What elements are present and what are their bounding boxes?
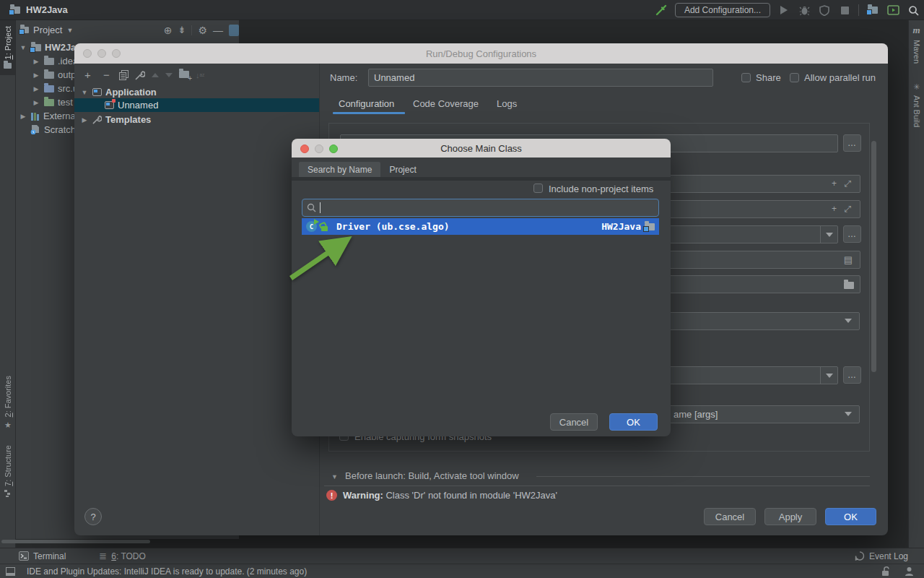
project-structure-icon[interactable] [866,4,879,17]
minimize-icon[interactable] [97,49,106,58]
chevron-collapsed-icon[interactable]: ▶ [32,72,40,79]
tab-configuration[interactable]: Configuration [339,98,394,109]
coverage-icon[interactable] [818,4,831,17]
scratches-icon [30,125,40,134]
favorites-mnemonic: 2 [4,413,12,417]
stripe-tab-favorites[interactable]: 2: Favorites ★ [0,370,16,432]
class-search-input[interactable] [302,199,659,217]
apply-button[interactable]: Apply [764,508,816,525]
name-label: Name: [330,72,357,83]
shorten-command-line-value: ame [args] [674,409,718,420]
tab-logs[interactable]: Logs [497,98,517,109]
add-configuration-button[interactable]: Add Configuration... [675,3,770,17]
status-message[interactable]: IDE and Plugin Updates: IntelliJ IDEA is… [27,566,307,577]
minimize-icon[interactable] [315,144,323,153]
share-checkbox[interactable] [741,73,751,82]
stop-icon[interactable] [838,4,851,17]
main-class-browse-button[interactable]: … [843,134,861,152]
hide-panel-icon[interactable]: — [213,25,223,36]
tree-group-templates[interactable]: ▶ Templates [74,113,319,126]
chevron-down-icon[interactable]: ▼ [66,27,73,34]
window-toggle-icon[interactable] [6,567,15,576]
new-folder-icon[interactable]: + [179,69,189,80]
status-bar: IDE and Plugin Updates: IntelliJ IDEA is… [0,564,924,578]
stripe-tab-structure[interactable]: 7: Structure [0,439,16,506]
maven-logo-icon: m [912,25,920,36]
vertical-scrollbar[interactable] [871,141,876,372]
chevron-collapsed-icon[interactable]: ▶ [32,85,40,92]
tab-project[interactable]: Project [380,162,424,177]
terminal-icon [19,551,29,561]
tree-group-application[interactable]: ▼ Application [74,85,319,99]
open-folder-icon[interactable] [844,280,854,291]
stripe-tab-ant-build[interactable]: ✳ Ant Build [909,78,924,131]
expand-icon[interactable]: ⤢ [844,204,851,214]
terminal-tool-button[interactable]: Terminal [19,551,66,561]
tab-search-by-name[interactable]: Search by Name [299,162,380,177]
build-hammer-icon[interactable] [655,4,668,17]
event-log-label: Event Log [869,551,908,561]
tree-config-unnamed-selected[interactable]: Unnamed [74,98,319,112]
add-icon[interactable]: + [82,69,94,81]
settings-gear-icon[interactable]: ⚙ [198,25,207,36]
unnamed-config-label: Unnamed [118,100,158,111]
copy-icon[interactable] [119,70,128,80]
cm-ok-button[interactable]: OK [609,413,658,431]
include-non-project-checkbox[interactable] [533,184,543,193]
user-head-icon[interactable] [905,566,914,576]
close-icon[interactable] [300,144,309,153]
stripe-tab-maven[interactable]: m Maven [909,20,924,68]
close-icon[interactable] [83,49,92,58]
before-launch-label[interactable]: Before launch: Build, Activate tool wind… [345,470,519,481]
zoom-icon[interactable] [329,144,338,153]
run-anything-icon[interactable] [886,4,899,17]
todo-tool-button[interactable]: ≣ 6: TODO [99,551,146,561]
chevron-expanded-icon[interactable]: ▼ [331,473,338,480]
warning-divider [324,486,870,486]
move-up-icon[interactable] [152,73,159,77]
chevron-collapsed-icon[interactable]: ▶ [32,99,40,106]
move-down-icon[interactable] [165,73,173,77]
unlocked-icon[interactable] [881,566,890,577]
search-everywhere-icon[interactable] [907,4,920,17]
help-button[interactable]: ? [84,508,102,525]
zoom-icon[interactable] [112,49,121,58]
scroll-corner [229,25,239,36]
list-icon[interactable]: ▤ [844,254,853,265]
cm-dialog-titlebar[interactable]: Choose Main Class [292,139,671,158]
folder-name: test [58,97,73,108]
sort-alphabetically-icon[interactable]: ↓ᵃᶻ [196,71,204,79]
locate-icon[interactable]: ⊕ [164,25,173,36]
expand-icon[interactable]: ⤢ [844,178,851,189]
add-icon[interactable]: + [832,178,837,189]
chevron-expanded-icon[interactable]: ▼ [80,89,89,96]
chevron-down-icon [845,412,852,416]
chevron-down-icon [826,374,833,378]
ant-build-stripe-label: Ant Build [912,95,921,127]
allow-parallel-run-label: Allow parallel run [804,72,876,83]
name-input[interactable] [368,69,713,87]
chevron-collapsed-icon[interactable]: ▶ [80,116,89,124]
chevron-collapsed-icon[interactable]: ▶ [32,58,40,65]
edit-defaults-wrench-icon[interactable] [135,70,145,80]
debug-bug-icon[interactable] [798,4,811,17]
horizontal-scrollbar[interactable] [1,540,150,543]
remove-icon[interactable]: − [100,69,113,81]
project-panel-title[interactable]: Project [33,25,62,35]
jre-browse-button[interactable]: … [843,366,861,384]
cm-cancel-button[interactable]: Cancel [550,413,598,431]
tab-code-coverage[interactable]: Code Coverage [413,98,479,109]
rd-dialog-titlebar[interactable]: Run/Debug Configurations [74,43,888,64]
working-directory-browse-button[interactable]: … [843,225,861,243]
chevron-expanded-icon[interactable]: ▼ [19,44,27,51]
rd-ok-button[interactable]: OK [825,508,876,525]
rd-cancel-button[interactable]: Cancel [704,508,756,525]
event-log-button[interactable]: Event Log [855,551,908,561]
run-icon[interactable] [777,4,790,17]
chevron-collapsed-icon[interactable]: ▶ [19,113,27,120]
allow-parallel-run-checkbox[interactable] [790,73,799,82]
add-icon[interactable]: + [832,204,837,214]
intellij-ide: { "ide": { "window_title": "HW2Java", "t… [0,0,924,578]
collapse-all-icon[interactable]: ⇟ [178,25,186,35]
stripe-tab-project[interactable]: 1: Project [0,20,15,75]
